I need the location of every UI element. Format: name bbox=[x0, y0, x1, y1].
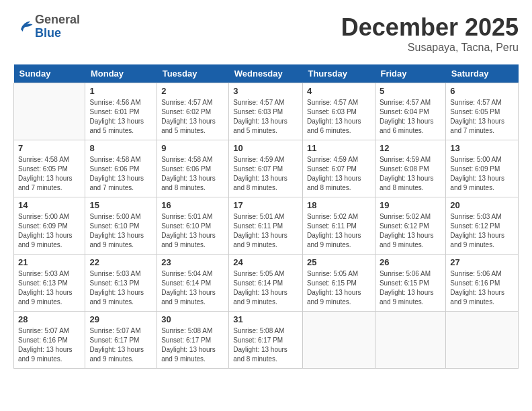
calendar-cell: 11Sunrise: 4:59 AMSunset: 6:07 PMDayligh… bbox=[302, 140, 375, 197]
day-info: Sunrise: 5:07 AMSunset: 6:16 PMDaylight:… bbox=[18, 326, 81, 364]
location: Susapaya, Tacna, Peru bbox=[341, 42, 519, 54]
calendar-cell: 8Sunrise: 4:58 AMSunset: 6:06 PMDaylight… bbox=[85, 140, 157, 197]
title-block: December 2025 Susapaya, Tacna, Peru bbox=[341, 13, 519, 54]
calendar-cell: 29Sunrise: 5:07 AMSunset: 6:17 PMDayligh… bbox=[85, 312, 157, 369]
calendar-cell: 6Sunrise: 4:57 AMSunset: 6:05 PMDaylight… bbox=[446, 83, 519, 140]
week-row-4: 28Sunrise: 5:07 AMSunset: 6:16 PMDayligh… bbox=[14, 312, 519, 369]
calendar-cell: 15Sunrise: 5:00 AMSunset: 6:10 PMDayligh… bbox=[85, 197, 157, 255]
day-info: Sunrise: 5:08 AMSunset: 6:17 PMDaylight:… bbox=[161, 326, 224, 364]
day-info: Sunrise: 5:05 AMSunset: 6:14 PMDaylight:… bbox=[233, 269, 298, 307]
day-info: Sunrise: 5:05 AMSunset: 6:15 PMDaylight:… bbox=[307, 269, 371, 307]
day-info: Sunrise: 5:01 AMSunset: 6:10 PMDaylight:… bbox=[161, 212, 224, 250]
calendar-cell: 25Sunrise: 5:05 AMSunset: 6:15 PMDayligh… bbox=[302, 255, 375, 312]
logo-text: General Blue bbox=[35, 13, 80, 40]
month-title: December 2025 bbox=[341, 13, 519, 42]
day-number: 14 bbox=[18, 200, 81, 210]
day-number: 27 bbox=[450, 257, 514, 267]
day-number: 26 bbox=[380, 257, 441, 267]
day-number: 24 bbox=[233, 257, 298, 267]
week-row-2: 14Sunrise: 5:00 AMSunset: 6:09 PMDayligh… bbox=[14, 197, 519, 255]
day-number: 29 bbox=[89, 314, 152, 324]
day-number: 23 bbox=[161, 257, 224, 267]
day-info: Sunrise: 4:59 AMSunset: 6:07 PMDaylight:… bbox=[307, 155, 371, 193]
calendar-cell: 30Sunrise: 5:08 AMSunset: 6:17 PMDayligh… bbox=[157, 312, 229, 369]
day-number: 10 bbox=[233, 143, 298, 153]
calendar-cell: 9Sunrise: 4:58 AMSunset: 6:06 PMDaylight… bbox=[157, 140, 229, 197]
day-info: Sunrise: 5:08 AMSunset: 6:17 PMDaylight:… bbox=[233, 326, 298, 364]
day-number: 21 bbox=[18, 257, 81, 267]
day-info: Sunrise: 5:02 AMSunset: 6:12 PMDaylight:… bbox=[380, 212, 441, 250]
day-info: Sunrise: 4:58 AMSunset: 6:06 PMDaylight:… bbox=[161, 155, 224, 193]
calendar-cell: 24Sunrise: 5:05 AMSunset: 6:14 PMDayligh… bbox=[229, 255, 303, 312]
calendar-table: SundayMondayTuesdayWednesdayThursdayFrid… bbox=[13, 64, 519, 369]
day-number: 30 bbox=[161, 314, 224, 324]
day-info: Sunrise: 4:57 AMSunset: 6:04 PMDaylight:… bbox=[380, 98, 441, 136]
day-info: Sunrise: 5:07 AMSunset: 6:17 PMDaylight:… bbox=[89, 326, 152, 364]
logo-general: General bbox=[35, 13, 80, 27]
day-info: Sunrise: 5:03 AMSunset: 6:13 PMDaylight:… bbox=[18, 269, 81, 307]
calendar-cell: 20Sunrise: 5:03 AMSunset: 6:12 PMDayligh… bbox=[446, 197, 519, 255]
calendar-cell: 19Sunrise: 5:02 AMSunset: 6:12 PMDayligh… bbox=[375, 197, 445, 255]
day-info: Sunrise: 5:00 AMSunset: 6:09 PMDaylight:… bbox=[18, 212, 81, 250]
day-info: Sunrise: 4:57 AMSunset: 6:05 PMDaylight:… bbox=[450, 98, 514, 136]
day-number: 19 bbox=[380, 200, 441, 210]
day-number: 15 bbox=[89, 200, 152, 210]
calendar-cell: 21Sunrise: 5:03 AMSunset: 6:13 PMDayligh… bbox=[14, 255, 85, 312]
day-number: 13 bbox=[450, 143, 514, 153]
day-info: Sunrise: 5:04 AMSunset: 6:14 PMDaylight:… bbox=[161, 269, 224, 307]
calendar-cell bbox=[14, 83, 85, 140]
day-info: Sunrise: 5:00 AMSunset: 6:10 PMDaylight:… bbox=[89, 212, 152, 250]
calendar-cell: 17Sunrise: 5:01 AMSunset: 6:11 PMDayligh… bbox=[229, 197, 303, 255]
day-number: 9 bbox=[161, 143, 224, 153]
day-number: 2 bbox=[161, 86, 224, 96]
calendar-cell: 1Sunrise: 4:56 AMSunset: 6:01 PMDaylight… bbox=[85, 83, 157, 140]
calendar-cell: 12Sunrise: 4:59 AMSunset: 6:08 PMDayligh… bbox=[375, 140, 445, 197]
header-saturday: Saturday bbox=[446, 64, 519, 83]
calendar-cell: 27Sunrise: 5:06 AMSunset: 6:16 PMDayligh… bbox=[446, 255, 519, 312]
calendar-cell: 26Sunrise: 5:06 AMSunset: 6:15 PMDayligh… bbox=[375, 255, 445, 312]
day-number: 3 bbox=[233, 86, 298, 96]
calendar-cell: 2Sunrise: 4:57 AMSunset: 6:02 PMDaylight… bbox=[157, 83, 229, 140]
header-tuesday: Tuesday bbox=[157, 64, 229, 83]
day-info: Sunrise: 5:02 AMSunset: 6:11 PMDaylight:… bbox=[307, 212, 371, 250]
calendar-cell: 5Sunrise: 4:57 AMSunset: 6:04 PMDaylight… bbox=[375, 83, 445, 140]
calendar-cell: 14Sunrise: 5:00 AMSunset: 6:09 PMDayligh… bbox=[14, 197, 85, 255]
day-info: Sunrise: 4:57 AMSunset: 6:03 PMDaylight:… bbox=[307, 98, 371, 136]
calendar-cell: 7Sunrise: 4:58 AMSunset: 6:05 PMDaylight… bbox=[14, 140, 85, 197]
day-info: Sunrise: 5:00 AMSunset: 6:09 PMDaylight:… bbox=[450, 155, 514, 193]
calendar-cell bbox=[302, 312, 375, 369]
day-number: 5 bbox=[380, 86, 441, 96]
day-info: Sunrise: 4:59 AMSunset: 6:08 PMDaylight:… bbox=[380, 155, 441, 193]
calendar-cell bbox=[375, 312, 445, 369]
calendar-cell: 4Sunrise: 4:57 AMSunset: 6:03 PMDaylight… bbox=[302, 83, 375, 140]
week-row-1: 7Sunrise: 4:58 AMSunset: 6:05 PMDaylight… bbox=[14, 140, 519, 197]
calendar-cell: 31Sunrise: 5:08 AMSunset: 6:17 PMDayligh… bbox=[229, 312, 303, 369]
logo-blue: Blue bbox=[35, 27, 80, 40]
day-number: 18 bbox=[307, 200, 371, 210]
calendar-cell: 13Sunrise: 5:00 AMSunset: 6:09 PMDayligh… bbox=[446, 140, 519, 197]
day-info: Sunrise: 5:06 AMSunset: 6:16 PMDaylight:… bbox=[450, 269, 514, 307]
day-number: 1 bbox=[89, 86, 152, 96]
logo-icon bbox=[16, 17, 35, 36]
day-info: Sunrise: 4:58 AMSunset: 6:05 PMDaylight:… bbox=[18, 155, 81, 193]
day-info: Sunrise: 5:06 AMSunset: 6:15 PMDaylight:… bbox=[380, 269, 441, 307]
day-number: 6 bbox=[450, 86, 514, 96]
day-number: 20 bbox=[450, 200, 514, 210]
header-friday: Friday bbox=[375, 64, 445, 83]
page-header: General Blue December 2025 Susapaya, Tac… bbox=[13, 13, 519, 54]
calendar-cell: 22Sunrise: 5:03 AMSunset: 6:13 PMDayligh… bbox=[85, 255, 157, 312]
day-number: 11 bbox=[307, 143, 371, 153]
header-thursday: Thursday bbox=[302, 64, 375, 83]
day-number: 25 bbox=[307, 257, 371, 267]
day-number: 7 bbox=[18, 143, 81, 153]
calendar-cell bbox=[446, 312, 519, 369]
day-info: Sunrise: 5:03 AMSunset: 6:13 PMDaylight:… bbox=[89, 269, 152, 307]
day-number: 22 bbox=[89, 257, 152, 267]
calendar-cell: 18Sunrise: 5:02 AMSunset: 6:11 PMDayligh… bbox=[302, 197, 375, 255]
calendar-cell: 23Sunrise: 5:04 AMSunset: 6:14 PMDayligh… bbox=[157, 255, 229, 312]
day-info: Sunrise: 4:57 AMSunset: 6:02 PMDaylight:… bbox=[161, 98, 224, 136]
day-number: 28 bbox=[18, 314, 81, 324]
day-info: Sunrise: 5:01 AMSunset: 6:11 PMDaylight:… bbox=[233, 212, 298, 250]
calendar-cell: 16Sunrise: 5:01 AMSunset: 6:10 PMDayligh… bbox=[157, 197, 229, 255]
logo: General Blue bbox=[13, 13, 80, 40]
